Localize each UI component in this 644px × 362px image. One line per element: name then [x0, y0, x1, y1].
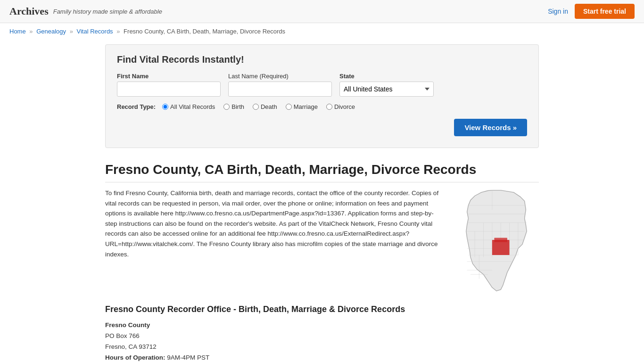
fields-row: First Name Last Name (Required) State Al…	[117, 73, 527, 97]
body-paragraph: To find Fresno County, California birth,…	[105, 188, 445, 259]
content-map-row: To find Fresno County, California birth,…	[105, 188, 539, 293]
last-name-input[interactable]	[228, 82, 332, 97]
state-label: State	[339, 73, 434, 80]
sign-in-link[interactable]: Sign in	[548, 8, 568, 15]
radio-divorce[interactable]	[326, 104, 332, 110]
office-hours: Hours of Operation: 9AM-4PM PST	[105, 353, 539, 362]
view-records-button[interactable]: View Records »	[454, 119, 527, 136]
record-type-row: Record Type: All Vital Records Birth Dea…	[117, 103, 527, 110]
breadcrumb-current: Fresno County, CA Birth, Death, Marriage…	[124, 28, 285, 35]
recorder-section-title: Fresno County Recorder Office - Birth, D…	[105, 304, 539, 314]
radio-all[interactable]	[162, 104, 168, 110]
header-left: Archives Family history made simple & af…	[9, 5, 162, 17]
breadcrumb-home[interactable]: Home	[9, 28, 26, 35]
last-name-group: Last Name (Required)	[228, 73, 332, 97]
office-county-name: Fresno County	[105, 320, 539, 331]
map-container	[454, 188, 539, 293]
office-info: Fresno County PO Box 766 Fresno, CA 9371…	[105, 320, 539, 362]
record-type-death[interactable]: Death	[253, 103, 277, 110]
content-text: To find Fresno County, California birth,…	[105, 188, 445, 293]
breadcrumb: Home » Genealogy » Vital Records » Fresn…	[0, 23, 644, 40]
state-group: State All United States	[339, 73, 434, 97]
radio-death[interactable]	[253, 104, 259, 110]
california-map	[454, 188, 539, 292]
archives-logo: Archives	[9, 5, 49, 17]
breadcrumb-vital-records[interactable]: Vital Records	[77, 28, 113, 35]
office-address2: Fresno, CA 93712	[105, 342, 539, 353]
start-trial-button[interactable]: Start free trial	[575, 4, 635, 19]
record-type-divorce[interactable]: Divorce	[326, 103, 355, 110]
tagline: Family history made simple & affordable	[53, 8, 162, 15]
record-type-marriage[interactable]: Marriage	[286, 103, 318, 110]
btn-row: View Records »	[117, 117, 527, 136]
radio-marriage[interactable]	[286, 104, 292, 110]
record-type-label: Record Type:	[117, 103, 156, 110]
record-type-birth[interactable]: Birth	[223, 103, 244, 110]
hours-label: Hours of Operation:	[105, 354, 165, 361]
first-name-input[interactable]	[117, 82, 221, 97]
hours-value: 9AM-4PM PST	[167, 354, 209, 361]
svg-rect-16	[494, 238, 507, 242]
breadcrumb-genealogy[interactable]: Genealogy	[36, 28, 66, 35]
state-select[interactable]: All United States	[339, 82, 434, 97]
first-name-group: First Name	[117, 73, 221, 97]
search-box: Find Vital Records Instantly! First Name…	[105, 44, 539, 148]
office-address1: PO Box 766	[105, 331, 539, 342]
svg-rect-15	[492, 240, 510, 255]
last-name-label: Last Name (Required)	[228, 73, 332, 80]
main-content: Find Vital Records Instantly! First Name…	[96, 40, 548, 362]
radio-birth[interactable]	[223, 104, 230, 110]
page-header: Archives Family history made simple & af…	[0, 0, 644, 23]
first-name-label: First Name	[117, 73, 221, 80]
record-type-all[interactable]: All Vital Records	[162, 103, 215, 110]
header-right: Sign in Start free trial	[548, 4, 635, 19]
page-title: Fresno County, CA Birth, Death, Marriage…	[105, 162, 539, 182]
search-title: Find Vital Records Instantly!	[117, 54, 527, 65]
